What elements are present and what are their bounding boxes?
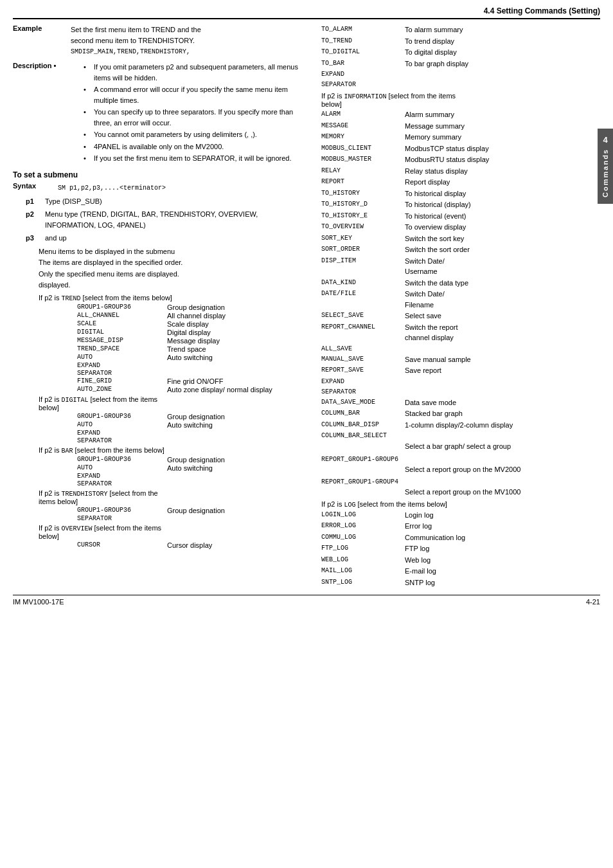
iv-7: To historical display (405, 188, 600, 199)
info-12: SORT_ORDER Switch the sort order (321, 244, 600, 255)
rg4-desc-row: Select a report group on the MV1000 (321, 487, 600, 498)
info-13: DISP_ITEM Switch Date/Username (321, 256, 600, 277)
ik-15: DATE/FILE (321, 289, 405, 310)
if-th-prefix: If p2 is (39, 489, 61, 497)
syntax-label: Syntax (13, 182, 58, 194)
info-24: COLUMN_BAR Stacked bar graph (321, 408, 600, 419)
digital-item-3: SEPARATOR (77, 437, 308, 444)
bar-item-2: EXPAND (77, 473, 308, 480)
iv-20: Save report (405, 365, 600, 376)
iv-15: Switch Date/Filename (405, 289, 600, 310)
lk-5: MAIL_LOG (321, 566, 405, 577)
rg6-code: REPORT_GROUP1-GROUP6 (321, 456, 398, 463)
iv-26 (405, 431, 600, 440)
trend-item-5: TREND_SPACE Trend space (77, 345, 308, 353)
iv-4: ModbusRTU status display (405, 154, 600, 165)
if-th-suffix: [select from the (107, 489, 157, 497)
rv-2: To digital display (405, 47, 600, 58)
log-1: ERROR_LOG Error log (321, 521, 600, 532)
if-th-suffix2: items below] (39, 498, 78, 505)
syntax-code: SM p1,p2,p3,....<terminator> (58, 185, 166, 192)
if-digital-header: If p2 is DIGITAL [select from the itemsb… (39, 395, 308, 411)
lv-4: Web log (405, 555, 600, 566)
trend-key-2: SCALE (77, 320, 167, 328)
lk-4: WEB_LOG (321, 555, 405, 566)
log-6: SNTP_LOG SNTP log (321, 577, 600, 588)
log-4: WEB_LOG Web log (321, 555, 600, 566)
ik-22: SEPARATOR (321, 387, 405, 397)
th-key-1: SEPARATOR (77, 515, 167, 522)
param-block-p2: p2 Menu type (TREND, DIGITAL, BAR, TREND… (26, 209, 308, 230)
ik-1: MESSAGE (321, 121, 405, 132)
iv-19: Save manual sample (405, 354, 600, 365)
bar-key-3: SEPARATOR (77, 480, 167, 487)
info-0: ALARM Alarm summary (321, 109, 600, 120)
iv-17: Switch the reportchannel display (405, 322, 600, 343)
overview-items: CURSOR Cursor display (77, 541, 308, 549)
rg6-val: Select a report group on the MV2000 (405, 464, 600, 475)
ik-0: ALARM (321, 109, 405, 120)
if-log-code: LOG (344, 502, 355, 509)
iv-1: Message summary (405, 121, 600, 132)
bullet-dot-3: • (84, 107, 94, 128)
page-header: 4.4 Setting Commands (Setting) (13, 6, 600, 19)
trend-item-10: AUTO_ZONE Auto zone display/ normal disp… (77, 386, 308, 393)
trend-key-10: AUTO_ZONE (77, 386, 167, 393)
rk-4: EXPAND (321, 69, 405, 79)
trend-key-1: ALL_CHANNEL (77, 312, 167, 320)
lv-6: SNTP log (405, 577, 600, 588)
trend-item-8: SEPARATOR (77, 370, 308, 377)
p3-desc4: displayed. (39, 280, 308, 291)
ik-13: DISP_ITEM (321, 256, 405, 277)
iv-11: Switch the sort key (405, 233, 600, 244)
info-22: SEPARATOR (321, 387, 600, 397)
if-trendhistory-block: If p2 is TRENDHISTORY [select from theit… (39, 489, 308, 522)
if-trendhistory-header: If p2 is TRENDHISTORY [select from theit… (39, 489, 308, 505)
digital-key-2: EXPAND (77, 429, 167, 437)
log-5: MAIL_LOG E-mail log (321, 566, 600, 577)
log-2: COMMU_LOG Communication log (321, 532, 600, 543)
ik-16: SELECT_SAVE (321, 311, 405, 321)
trend-item-3: DIGITAL Digital display (77, 329, 308, 336)
ik-14: DATA_KIND (321, 278, 405, 289)
bar-items: GROUP1-GROUP36 Group designation AUTO Au… (77, 456, 308, 487)
p3-desc3: Only the specified menu items are displa… (39, 269, 308, 280)
if-ov-suffix: [select from the items (92, 524, 161, 532)
rv-3: To bar graph display (405, 59, 600, 69)
lk-0: LOGIN_LOG (321, 510, 405, 521)
if-log-prefix: If p2 is (321, 500, 344, 508)
if-ov-prefix: If p2 is (39, 524, 61, 532)
cbs-key (321, 441, 405, 452)
info-10: TO_OVERVIEW To overview display (321, 222, 600, 233)
info-6: REPORT Report display (321, 177, 600, 188)
trend-val-1: All channel display (167, 312, 226, 320)
trend-val-5: Trend space (167, 345, 206, 353)
ik-8: TO_HISTORY_D (321, 199, 405, 210)
trend-val-9: Fine grid ON/OFF (167, 377, 223, 385)
description-content: • If you omit parameters p2 and subseque… (71, 62, 308, 165)
if-trend-block: If p2 is TREND [select from the items be… (39, 294, 308, 393)
iv-23: Data save mode (405, 397, 600, 408)
trend-val-2: Scale display (167, 320, 209, 328)
bar-key-2: EXPAND (77, 473, 167, 480)
trend-item-1: ALL_CHANNEL All channel display (77, 312, 308, 320)
if-log-header: If p2 is LOG [select from the items belo… (321, 500, 600, 509)
info-items: ALARM Alarm summary MESSAGE Message summ… (321, 109, 600, 452)
if-bar-prefix: If p2 is (39, 446, 61, 454)
iv-12: Switch the sort order (405, 244, 600, 255)
submenu-section: To set a submenu Syntax SM p1,p2,p3,....… (13, 170, 308, 549)
bar-val-0: Group designation (167, 456, 225, 464)
p3-desc2: The items are displayed in the specified… (39, 257, 308, 269)
th-item-0: GROUP1-GROUP36 Group designation (77, 507, 308, 514)
footer-right: 4-21 (586, 598, 600, 606)
if-trend-header: If p2 is TREND [select from the items be… (39, 294, 308, 302)
ik-2: MEMORY (321, 132, 405, 143)
rk-3: TO_BAR (321, 59, 405, 69)
rg4-code: REPORT_GROUP1-GROUP4 (321, 478, 398, 485)
if-digital-suffix2: below] (39, 404, 59, 411)
example-label: Example (13, 24, 71, 57)
lk-1: ERROR_LOG (321, 521, 405, 532)
if-ov-code: OVERVIEW (61, 525, 92, 532)
ik-9: TO_HISTORY_E (321, 211, 405, 222)
ik-4: MODBUS_MASTER (321, 154, 405, 165)
